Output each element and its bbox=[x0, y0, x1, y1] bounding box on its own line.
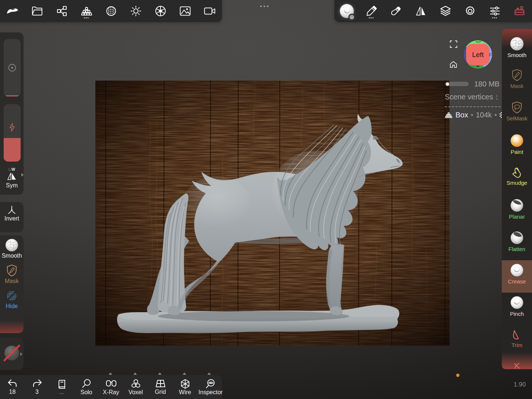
svg-text:Left: Left bbox=[472, 51, 484, 59]
svg-text:F: F bbox=[489, 52, 492, 58]
